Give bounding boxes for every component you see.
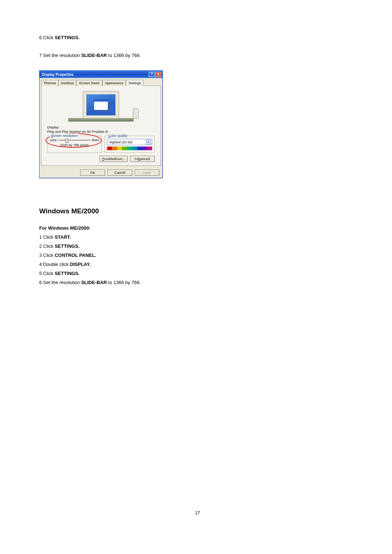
instruction-step-1: 1 Click START.: [39, 234, 377, 240]
tab-settings[interactable]: Settings: [126, 80, 143, 86]
display-properties-dialog: Display Properties ? ✕ Themes Desktop Sc…: [39, 70, 163, 178]
slider-thumb-icon[interactable]: [65, 139, 68, 143]
instruction-step-6: 6 Click SETTINGS.: [39, 35, 377, 40]
ok-button[interactable]: OK: [80, 169, 105, 176]
help-icon[interactable]: ?: [149, 72, 155, 77]
tab-themes[interactable]: Themes: [41, 80, 58, 86]
monitor-icon: [83, 91, 119, 119]
instruction-step-5: 5 Click SETTINGS.: [39, 271, 377, 276]
step-bold: SETTINGS.: [55, 35, 80, 40]
instruction-step-3: 3 Click CONTROL PANEL.: [39, 253, 377, 258]
computer-tower-icon: [133, 108, 139, 119]
step-suffix: to 1366 by 768.: [107, 53, 140, 58]
page-number: 17: [17, 510, 377, 516]
color-quality-select[interactable]: Highest (32 bit) ▾: [107, 139, 152, 145]
slider-less-label: Less: [50, 138, 57, 142]
advanced-button[interactable]: Advanced: [130, 156, 155, 162]
cancel-button[interactable]: Cancel: [107, 169, 132, 176]
instruction-step-4: 4 Double click DISPLAY.: [39, 262, 377, 267]
screen-resolution-legend: Screen resolution: [50, 134, 79, 138]
step-text: Click: [42, 35, 54, 40]
tab-desktop[interactable]: Desktop: [58, 80, 76, 86]
section-subheading: For Windows ME/2000:: [39, 225, 377, 231]
close-icon[interactable]: ✕: [155, 72, 161, 77]
dialog-footer: OK Cancel Apply: [40, 167, 162, 178]
instruction-step-7: 7 Set the resolution SLIDE-BAR to 1366 b…: [39, 53, 377, 58]
apply-button[interactable]: Apply: [135, 169, 159, 176]
section-heading: Windows ME/2000: [39, 207, 377, 215]
resolution-slider[interactable]: [58, 140, 90, 141]
titlebar: Display Properties ? ✕: [40, 71, 162, 78]
tab-appearance[interactable]: Appearance: [102, 80, 126, 86]
display-text: Plug and Play Monitor on 3D Prophet III: [47, 130, 155, 134]
step-bold: SLIDE-BAR: [81, 53, 107, 58]
color-quality-group: Color quality Highest (32 bit) ▾: [105, 136, 155, 153]
instruction-step-2: 2 Click SETTINGS.: [39, 243, 377, 249]
screen-resolution-group: Screen resolution Less More 1024 by 768 …: [47, 136, 102, 153]
tab-body: Display: Plug and Play Monitor on 3D Pro…: [41, 86, 161, 166]
color-strip: [107, 147, 152, 150]
troubleshoot-button[interactable]: Troubleshoot...: [99, 156, 127, 162]
resolution-value: 1024 by 768 pixels: [50, 143, 99, 147]
color-quality-legend: Color quality: [107, 134, 128, 138]
color-quality-value: Highest (32 bit): [109, 140, 132, 144]
instruction-step-6b: 6 Set the resolution SLIDE-BAR to 1366 b…: [39, 280, 377, 285]
slider-more-label: More: [92, 138, 99, 142]
display-label: Display:: [47, 125, 155, 129]
tab-screensaver[interactable]: Screen Saver: [76, 80, 102, 86]
monitor-preview: [47, 88, 155, 122]
chevron-down-icon[interactable]: ▾: [146, 140, 151, 144]
step-text: Set the resolution: [42, 53, 81, 58]
dialog-title: Display Properties: [42, 73, 74, 77]
tabs: Themes Desktop Screen Saver Appearance S…: [40, 78, 162, 86]
